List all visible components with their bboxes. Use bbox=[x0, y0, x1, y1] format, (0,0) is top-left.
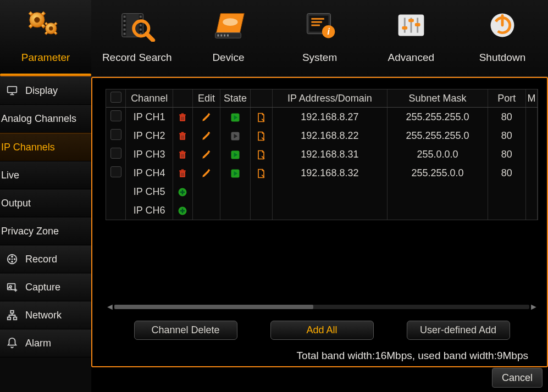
cell-ip: 192.168.8.31 bbox=[272, 145, 388, 164]
tab-system[interactable]: i System bbox=[274, 0, 366, 76]
cell-port: 80 bbox=[488, 126, 525, 145]
header-channel: Channel bbox=[126, 89, 173, 108]
sidebar-item-live[interactable]: Live bbox=[0, 161, 91, 189]
cell-channel: IP CH6 bbox=[126, 201, 173, 220]
channel-delete-button[interactable]: Channel Delete bbox=[134, 321, 237, 340]
edit-channel-button[interactable] bbox=[192, 164, 220, 182]
svg-line-18 bbox=[46, 23, 48, 25]
sidebar-item-record[interactable]: Record bbox=[0, 245, 91, 273]
row-checkbox[interactable] bbox=[106, 126, 126, 145]
row-checkbox[interactable] bbox=[106, 145, 126, 164]
svg-rect-77 bbox=[181, 113, 184, 114]
scrollbar-thumb[interactable] bbox=[114, 305, 313, 309]
sidebar-item-output[interactable]: Output bbox=[0, 189, 91, 217]
svg-rect-72 bbox=[10, 311, 14, 313]
sidebar-item-capture[interactable]: Capture bbox=[0, 273, 91, 301]
scroll-right-icon[interactable]: ► bbox=[529, 303, 538, 311]
horizontal-scrollbar[interactable]: ◄ ► bbox=[106, 301, 538, 313]
state-indicator[interactable] bbox=[220, 108, 251, 127]
tab-label: Device bbox=[212, 52, 244, 64]
ip-channels-panel: Channel Edit State IP Address/Domain Sub… bbox=[91, 77, 548, 367]
sidebar-item-display[interactable]: Display bbox=[0, 77, 91, 105]
delete-channel-button[interactable] bbox=[173, 126, 193, 145]
scroll-left-icon[interactable]: ◄ bbox=[106, 303, 114, 311]
svg-point-63 bbox=[11, 256, 13, 258]
svg-rect-99 bbox=[181, 150, 184, 152]
svg-rect-27 bbox=[124, 33, 126, 35]
svg-rect-109 bbox=[180, 170, 186, 172]
sidebar-item-ip-channels[interactable]: IP Channels bbox=[0, 133, 91, 161]
tab-label: Advanced bbox=[388, 52, 435, 64]
active-tab-underline bbox=[0, 74, 91, 76]
hdd-icon bbox=[206, 8, 251, 43]
cancel-button[interactable]: Cancel bbox=[492, 368, 543, 388]
svg-rect-53 bbox=[402, 26, 407, 30]
sliders-icon bbox=[389, 8, 434, 43]
edit-channel-button[interactable] bbox=[192, 145, 220, 164]
svg-rect-76 bbox=[180, 114, 186, 116]
sidebar-item-analog-channels[interactable]: Analog Channels bbox=[0, 105, 91, 133]
delete-channel-button[interactable] bbox=[173, 145, 193, 164]
tab-label: Record Search bbox=[102, 52, 172, 64]
main-area: Channel Edit State IP Address/Domain Sub… bbox=[91, 77, 548, 392]
delete-channel-button[interactable] bbox=[173, 164, 193, 182]
add-all-button[interactable]: Add All bbox=[270, 321, 374, 340]
state-indicator[interactable] bbox=[220, 126, 251, 145]
header-mask: Subnet Mask bbox=[388, 89, 488, 108]
tab-advanced[interactable]: Advanced bbox=[366, 0, 457, 76]
svg-rect-74 bbox=[14, 317, 17, 320]
sidebar-item-label: Live bbox=[1, 170, 19, 181]
table-row: IP CH5 bbox=[106, 182, 538, 201]
system-info-icon: i bbox=[297, 8, 342, 43]
sidebar-item-label: Output bbox=[1, 198, 31, 209]
header-delete bbox=[173, 89, 193, 108]
table-row: IP CH4192.168.8.32255.255.0.080 bbox=[106, 164, 538, 182]
monitor-icon bbox=[5, 84, 19, 97]
svg-point-67 bbox=[12, 259, 13, 260]
svg-text:i: i bbox=[327, 27, 330, 36]
page-edit-button[interactable] bbox=[250, 145, 272, 164]
svg-rect-40 bbox=[224, 35, 226, 37]
svg-point-66 bbox=[14, 258, 16, 260]
svg-rect-30 bbox=[140, 24, 142, 26]
svg-rect-54 bbox=[408, 19, 414, 22]
svg-rect-28 bbox=[140, 15, 142, 18]
cell-channel: IP CH5 bbox=[126, 182, 173, 201]
svg-line-8 bbox=[30, 13, 32, 15]
svg-rect-39 bbox=[221, 35, 223, 37]
sidebar-item-label: Analog Channels bbox=[1, 113, 76, 125]
tab-shutdown[interactable]: Shutdown bbox=[457, 0, 548, 76]
user-defined-add-button[interactable]: User-defined Add bbox=[407, 321, 510, 340]
tab-label: Shutdown bbox=[479, 52, 526, 64]
svg-rect-23 bbox=[124, 15, 126, 18]
svg-rect-25 bbox=[124, 24, 126, 26]
tab-parameter[interactable]: Parameter bbox=[0, 0, 91, 76]
cell-channel: IP CH1 bbox=[126, 108, 173, 127]
page-edit-button[interactable] bbox=[250, 108, 272, 127]
header-checkbox[interactable] bbox=[106, 89, 126, 108]
svg-marker-103 bbox=[203, 152, 210, 159]
network-icon bbox=[5, 309, 19, 322]
edit-channel-button[interactable] bbox=[192, 108, 220, 127]
state-indicator[interactable] bbox=[220, 164, 251, 182]
svg-marker-81 bbox=[203, 114, 210, 121]
row-checkbox[interactable] bbox=[106, 164, 126, 182]
add-channel-button[interactable] bbox=[173, 201, 193, 220]
sidebar-item-label: Record bbox=[25, 254, 57, 265]
scrollbar-track[interactable] bbox=[114, 305, 529, 309]
sidebar-item-network[interactable]: Network bbox=[0, 301, 91, 329]
tab-record-search[interactable]: Record Search bbox=[91, 0, 182, 76]
row-checkbox[interactable] bbox=[106, 108, 126, 127]
channel-table: Channel Edit State IP Address/Domain Sub… bbox=[106, 89, 538, 220]
state-indicator[interactable] bbox=[220, 145, 251, 164]
svg-rect-31 bbox=[140, 29, 142, 31]
sidebar-item-alarm[interactable]: Alarm bbox=[0, 329, 91, 357]
add-channel-button[interactable] bbox=[173, 182, 193, 201]
tab-label: System bbox=[302, 52, 337, 64]
sidebar-item-privacy-zone[interactable]: Privacy Zone bbox=[0, 217, 91, 245]
tab-device[interactable]: Device bbox=[182, 0, 274, 76]
delete-channel-button[interactable] bbox=[173, 108, 193, 127]
page-edit-button[interactable] bbox=[250, 164, 272, 182]
page-edit-button[interactable] bbox=[250, 126, 272, 145]
edit-channel-button[interactable] bbox=[192, 126, 220, 145]
